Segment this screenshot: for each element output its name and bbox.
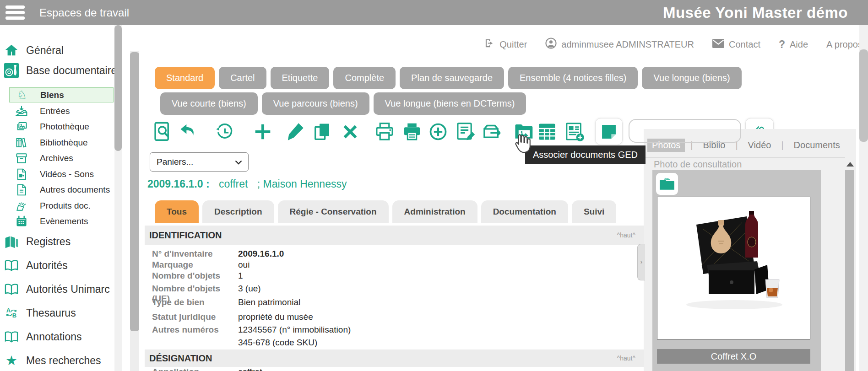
sidebar-item-evenements[interactable]: Evènements [0, 214, 114, 229]
sticky-note-toggle-button[interactable] [595, 118, 623, 145]
photos-icon [15, 121, 28, 133]
view-tab-vue-longue-dcterms[interactable]: Vue longue (biens en DCTerms) [374, 92, 526, 115]
detail-tab-documentation[interactable]: Documentation [481, 200, 568, 223]
sidebar-item-label: Autorités Unimarc [26, 283, 110, 296]
preview-record-button[interactable] [152, 120, 173, 144]
sidebar-item-videos-sons[interactable]: Vidéos - Sons [0, 167, 114, 182]
media-tab-video[interactable]: Vidéo [743, 139, 776, 152]
baskets-select[interactable]: Paniers... [150, 152, 249, 172]
sidebar-item-label: Vidéos - Sons [40, 169, 94, 179]
top-anchor-link[interactable]: ^haut^ [617, 355, 635, 362]
translate-ab-icon: AB [4, 308, 19, 318]
detail-tab-tous[interactable]: Tous [155, 200, 199, 223]
sidebar-item-label: Général [26, 44, 64, 57]
report-button[interactable] [564, 120, 585, 144]
sidebar-item-phototheque[interactable]: Photothèque [0, 119, 114, 134]
quick-search-input[interactable] [629, 119, 741, 143]
view-tab-etiquette[interactable]: Etiquette [271, 67, 330, 89]
photo-caption: Coffret X.O [657, 349, 810, 364]
home-icon [4, 43, 19, 57]
top-anchor-link[interactable]: ^haut^ [617, 231, 635, 239]
sidebar-item-annotations[interactable]: Annotations [0, 328, 118, 346]
media-tab-documents[interactable]: Documents [789, 139, 845, 152]
edit-list-button[interactable] [456, 120, 476, 144]
sidebar-item-base-documentaire[interactable]: Base documentaire [0, 61, 118, 80]
divider [644, 157, 845, 158]
sidebar-item-label: Thesaurus [26, 307, 76, 319]
sidebar-item-archives[interactable]: Archives [0, 151, 114, 166]
view-tab-vue-longue[interactable]: Vue longue (biens) [642, 67, 741, 89]
sidebar-item-label: Annotations [26, 331, 81, 343]
add-record-button[interactable] [253, 120, 273, 144]
view-tab-cartel[interactable]: Cartel [219, 67, 266, 89]
content-scrollbar-thumb[interactable] [130, 52, 139, 331]
undo-button[interactable] [179, 120, 199, 144]
workspace-label[interactable]: Espaces de travail [39, 0, 129, 25]
clipped-field-row: Appellation coffret [145, 367, 644, 371]
sidebar-item-label: Autorités [26, 259, 68, 272]
history-button[interactable] [214, 120, 234, 144]
sidebar-item-produits-doc[interactable]: Produits doc. [0, 198, 114, 213]
view-tab-complete[interactable]: Complète [333, 67, 396, 89]
duplicate-record-button[interactable] [313, 120, 333, 144]
sidebar-item-label: Base documentaire [26, 65, 117, 77]
sidebar-scrollbar-thumb[interactable] [114, 25, 122, 151]
view-tab-plan-sauvegarde[interactable]: Plan de sauvegarde [400, 67, 504, 89]
sidebar-item-registres[interactable]: Registres [0, 232, 118, 251]
app-window: Espaces de travail Musée Yoni Master dém… [0, 0, 868, 371]
contact-link[interactable]: Contact [712, 39, 760, 50]
sidebar-item-biens[interactable]: ♘ Biens [9, 87, 114, 102]
sidebar-item-entrees[interactable]: Entrées [0, 103, 114, 118]
field-row: Nombre d'objets (UE) 3 (ue) [145, 284, 644, 296]
detail-tab-suivi[interactable]: Suivi [572, 200, 616, 223]
view-tabs-row-1: Standard Cartel Etiquette Complète Plan … [155, 67, 742, 89]
photo-image[interactable] [657, 197, 810, 339]
sidebar-item-label: Photothèque [40, 122, 89, 132]
document-icon [15, 184, 28, 196]
view-tab-vue-parcours[interactable]: Vue parcours (biens) [262, 92, 369, 115]
panel-collapse-handle[interactable]: › [637, 244, 645, 280]
sidebar-item-mes-recherches[interactable]: ★ Mes recherches [0, 351, 118, 370]
about-link[interactable]: A propos [826, 39, 863, 50]
table-view-button[interactable] [537, 120, 557, 144]
help-link[interactable]: ? Aide [779, 38, 808, 51]
photo-card[interactable]: Coffret X.O [652, 170, 821, 371]
photo-folder-button[interactable] [656, 173, 678, 195]
detail-tab-description[interactable]: Description [202, 200, 274, 223]
section-title: DÉSIGNATION [149, 353, 212, 364]
detail-tab-regie-conservation[interactable]: Régie - Conservation [278, 200, 389, 223]
print-filled-button[interactable] [402, 120, 422, 144]
panel-scrollbar-thumb[interactable] [845, 170, 854, 371]
edit-record-button[interactable] [285, 120, 305, 144]
quit-link[interactable]: Quitter [484, 38, 527, 51]
record-title: 2009.16.1.0 : coffret ; Maison Hennessy [147, 178, 347, 190]
sidebar-item-autorites-unimarc[interactable]: Autorités Unimarc [0, 280, 118, 298]
detail-tab-administration[interactable]: Administration [392, 200, 477, 223]
hamburger-menu-icon[interactable] [5, 5, 25, 20]
user-icon [545, 38, 557, 51]
sidebar-item-bibliotheque[interactable]: Bibliothèque [0, 135, 114, 150]
print-button[interactable] [374, 120, 395, 144]
ged-documents-button[interactable] [514, 120, 534, 144]
sidebar-item-autres-documents[interactable]: Autres documents [0, 182, 114, 197]
sidebar-item-general[interactable]: Général [0, 41, 118, 59]
export-button[interactable] [482, 120, 502, 144]
delete-record-button[interactable] [340, 120, 360, 144]
sticky-note-icon [602, 124, 616, 139]
sidebar-item-thesaurus[interactable]: AB Thesaurus [0, 304, 118, 322]
ged-tooltip: Associer documents GED [525, 145, 646, 164]
media-panel: Photos | Biblio | Vidéo | Documents Phot… [644, 129, 856, 371]
sidebar-item-autorites[interactable]: Autorités [0, 256, 118, 274]
view-tab-vue-courte[interactable]: Vue courte (biens) [160, 92, 258, 115]
app-title: Musée Yoni Master démo [663, 0, 848, 25]
add-circle-button[interactable] [428, 120, 448, 144]
view-tab-ensemble[interactable]: Ensemble (4 notices filles) [508, 67, 638, 89]
user-account[interactable]: adminmusee ADMINSTRATEUR [545, 38, 694, 51]
view-tab-standard[interactable]: Standard [155, 67, 215, 89]
scroll-up-arrow-icon[interactable] [846, 162, 854, 167]
window-scrollbar-thumb[interactable] [859, 49, 868, 142]
pencil-icon [285, 122, 304, 141]
plus-circle-icon [428, 122, 448, 142]
inventory-number: 2009.16.1.0 : [147, 178, 210, 190]
sidebar-item-label: Autres documents [40, 185, 110, 195]
